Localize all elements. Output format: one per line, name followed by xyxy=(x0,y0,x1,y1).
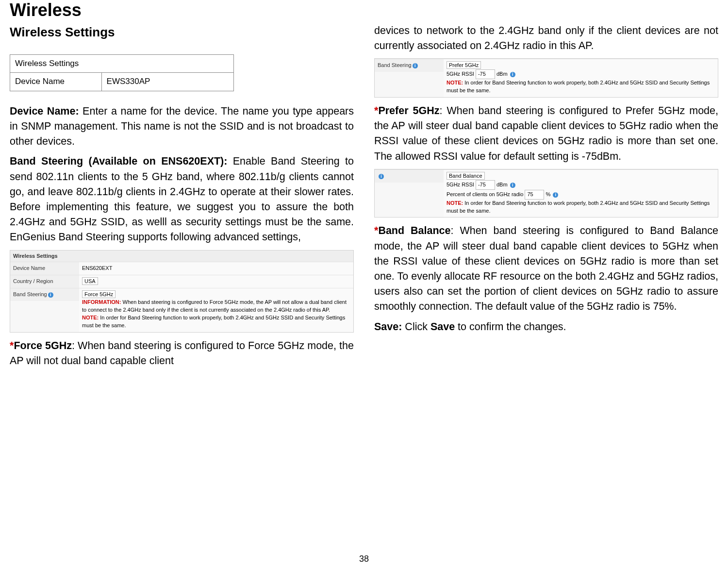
save-body-2: to confirm the changes. xyxy=(455,321,566,333)
panel3-rssi-unit: dBm xyxy=(496,182,508,187)
section-heading-wireless-settings: Wireless Settings xyxy=(10,23,354,42)
panel3-percent-label: Percent of clients on 5GHz radio xyxy=(447,191,523,197)
panel2-band-steering-label-text: Band Steering xyxy=(378,62,412,68)
panel1-note-label: NOTE: xyxy=(82,315,99,320)
panel1-device-name-label: Device Name xyxy=(10,262,79,275)
info-icon: i xyxy=(48,292,53,298)
panel2-note-label: NOTE: xyxy=(447,80,463,85)
panel1-band-steering-label-text: Band Steering xyxy=(13,291,47,297)
panel3-note-label: NOTE: xyxy=(447,200,463,206)
page-number: 38 xyxy=(0,554,728,564)
panel1-country-label: Country / Region xyxy=(10,275,79,288)
info-icon: i xyxy=(413,63,418,68)
panel2-band-steering-label: Band Steeringi xyxy=(375,59,444,72)
settings-box-value: EWS330AP xyxy=(102,73,233,91)
panel3-rssi-input[interactable]: -75 xyxy=(476,180,495,190)
panel3-percent-unit: % xyxy=(546,191,550,197)
info-icon: i xyxy=(510,72,515,77)
save-bold: Save xyxy=(430,321,455,333)
panel1-country-select[interactable]: USA xyxy=(82,277,98,285)
save-body-1: Click xyxy=(402,321,430,333)
panel2-rssi-input[interactable]: -75 xyxy=(476,69,495,79)
panel-band-balance: i Band Balance 5GHz RSSI -75 dBm i Perce… xyxy=(374,169,718,218)
panel1-note-text: In order for Band Steering function to w… xyxy=(82,315,345,328)
prefer-5ghz-paragraph: *Prefer 5GHz: When band steering is conf… xyxy=(374,103,718,164)
panel1-band-steering-select[interactable]: Force 5GHz xyxy=(82,290,116,298)
panel3-info-icon-cell: i xyxy=(375,170,444,183)
panel1-band-steering-label: Band Steeringi xyxy=(10,288,79,301)
page-title: Wireless xyxy=(10,0,718,20)
save-heading: Save: xyxy=(374,321,402,333)
panel-prefer-5ghz: Band Steeringi Prefer 5GHz 5GHz RSSI -75… xyxy=(374,58,718,98)
band-balance-body: : When band steering is configured to Ba… xyxy=(374,225,718,312)
panel1-information-label: INFORMATION: xyxy=(82,299,121,305)
panel1-device-name-value[interactable]: ENS620EXT xyxy=(79,262,353,275)
info-icon: i xyxy=(553,192,558,198)
settings-box-label: Device Name xyxy=(10,73,102,91)
force-5ghz-paragraph: *Force 5GHz: When band steering is confi… xyxy=(10,338,354,368)
device-name-heading: Device Name: xyxy=(10,105,79,117)
force-5ghz-continuation: devices to network to the 2.4GHz band on… xyxy=(374,23,718,53)
device-name-paragraph: Device Name: Enter a name for the device… xyxy=(10,104,354,150)
band-steering-paragraph: Band Steering (Available on ENS620EXT): … xyxy=(10,154,354,245)
save-paragraph: Save: Click Save to confirm the changes. xyxy=(374,319,718,335)
band-balance-heading: Band Balance xyxy=(378,225,450,236)
info-icon: i xyxy=(510,183,515,188)
right-column: devices to network to the 2.4GHz band on… xyxy=(374,23,718,373)
panel2-rssi-unit: dBm xyxy=(496,71,508,77)
panel2-rssi-label: 5GHz RSSI xyxy=(447,71,474,77)
force-5ghz-heading: Force 5GHz xyxy=(14,340,72,351)
settings-box-header: Wireless Settings xyxy=(10,55,233,73)
panel2-band-steering-select[interactable]: Prefer 5GHz xyxy=(447,61,481,69)
band-steering-heading: Band Steering (Available on ENS620EXT): xyxy=(10,155,227,167)
info-icon: i xyxy=(379,174,384,179)
panel-force-5ghz: Wireless Settings Device Name ENS620EXT … xyxy=(10,250,354,333)
panel3-percent-input[interactable]: 75 xyxy=(525,190,544,200)
panel3-rssi-label: 5GHz RSSI xyxy=(447,182,474,187)
panel3-note-text: In order for Band Steering function to w… xyxy=(447,200,710,214)
wireless-settings-box: Wireless Settings Device Name EWS330AP xyxy=(10,54,234,91)
prefer-5ghz-heading: Prefer 5GHz xyxy=(378,105,439,117)
panel3-band-steering-select[interactable]: Band Balance xyxy=(447,172,485,180)
band-balance-paragraph: *Band Balance: When band steering is con… xyxy=(374,223,718,314)
panel1-information-text: When band steering is configured to Forc… xyxy=(82,299,347,313)
band-steering-body: Enable Band Steering to send 802.11n cli… xyxy=(10,155,354,243)
left-column: Wireless Settings Wireless Settings Devi… xyxy=(10,23,354,373)
panel1-title: Wireless Settings xyxy=(10,251,353,262)
panel2-note-text: In order for Band Steering function to w… xyxy=(447,80,710,93)
